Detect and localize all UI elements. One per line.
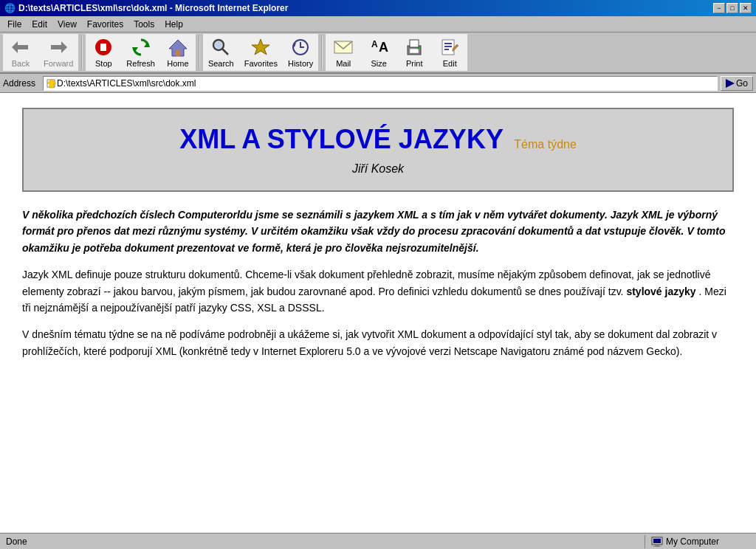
print-icon: [402, 37, 426, 58]
address-bar: Address Go: [0, 74, 756, 93]
forward-button[interactable]: Forward: [38, 34, 78, 71]
refresh-label: Refresh: [126, 59, 155, 68]
back-label: Back: [12, 59, 30, 68]
article-subtitle: Téma týdne: [514, 138, 576, 151]
title-bar-controls: − □ ✕: [713, 3, 752, 13]
status-bar: Done My Computer: [0, 533, 756, 549]
svg-rect-24: [442, 40, 454, 55]
article-author: Jiří Kosek: [38, 162, 718, 176]
address-label: Address: [3, 78, 40, 89]
favorites-icon: [249, 37, 272, 58]
back-button[interactable]: Back: [3, 34, 38, 71]
svg-rect-3: [51, 45, 61, 49]
forward-label: Forward: [44, 59, 73, 68]
menu-file[interactable]: File: [3, 18, 26, 31]
svg-rect-10: [176, 50, 180, 56]
maximize-button[interactable]: □: [726, 3, 738, 13]
computer-icon: [651, 536, 663, 548]
home-icon: [166, 37, 190, 58]
size-button[interactable]: A A Size: [361, 34, 396, 71]
svg-point-23: [418, 47, 420, 49]
article-para2: V dnešním tématu týdne se na ně podíváme…: [22, 326, 734, 359]
svg-rect-5: [100, 44, 103, 51]
toolbar-separator-1: [81, 36, 83, 69]
menu-edit[interactable]: Edit: [27, 18, 52, 31]
title-bar-left: 🌐 D:\texts\ARTICLES\xml\src\dok.xml - Mi…: [4, 3, 288, 13]
mail-button[interactable]: Mail: [326, 34, 361, 71]
toolbar-separator-2: [199, 36, 200, 69]
back-icon: [9, 37, 32, 58]
menu-view[interactable]: View: [53, 18, 81, 31]
menu-tools[interactable]: Tools: [129, 18, 159, 31]
stop-label: Stop: [95, 59, 112, 68]
mail-label: Mail: [336, 59, 351, 68]
favorites-label: Favorites: [244, 59, 278, 68]
favorites-button[interactable]: Favorites: [239, 34, 283, 71]
svg-rect-21: [410, 40, 419, 47]
edit-button[interactable]: Edit: [432, 34, 467, 71]
article-header: XML A STYLOVÉ JAZYKY Téma týdne Jiří Kos…: [22, 108, 734, 192]
title-bar: 🌐 D:\texts\ARTICLES\xml\src\dok.xml - Mi…: [0, 0, 756, 16]
svg-marker-0: [12, 41, 18, 53]
print-button[interactable]: Print: [396, 34, 432, 71]
svg-text:A: A: [371, 39, 378, 49]
svg-rect-34: [655, 545, 659, 546]
search-label: Search: [208, 59, 234, 68]
article-para1: Jazyk XML definuje pouze strukturu dokum…: [22, 266, 734, 316]
svg-rect-6: [103, 44, 106, 51]
article-intro: V několika předchozích číslech Computero…: [22, 207, 734, 256]
title-bar-icon: 🌐: [4, 3, 16, 13]
menu-favorites[interactable]: Favorites: [83, 18, 128, 31]
stop-icon: [92, 37, 115, 58]
refresh-button[interactable]: Refresh: [121, 34, 160, 71]
size-label: Size: [371, 59, 387, 68]
address-icon: [47, 78, 57, 89]
toolbar-separator-3: [321, 36, 323, 69]
menu-bar: File Edit View Favorites Tools Help: [0, 16, 756, 32]
svg-marker-14: [252, 39, 269, 55]
svg-rect-33: [653, 539, 661, 543]
title-bar-text: D:\texts\ARTICLES\xml\src\dok.xml - Micr…: [18, 3, 288, 13]
edit-label: Edit: [443, 59, 457, 68]
svg-marker-31: [726, 79, 735, 88]
stop-button[interactable]: Stop: [86, 34, 121, 71]
status-zone: My Computer: [645, 534, 756, 549]
article-title-line: XML A STYLOVÉ JAZYKY Téma týdne: [38, 124, 718, 155]
svg-rect-1: [18, 45, 28, 49]
history-icon: [289, 37, 312, 58]
address-input[interactable]: [57, 78, 714, 89]
home-button[interactable]: Home: [160, 34, 196, 71]
print-label: Print: [406, 59, 423, 68]
svg-text:A: A: [379, 40, 388, 55]
minimize-button[interactable]: −: [713, 3, 725, 13]
history-label: History: [288, 59, 313, 68]
go-button[interactable]: Go: [721, 76, 753, 91]
svg-line-12: [222, 49, 228, 55]
history-button[interactable]: History: [283, 34, 318, 71]
article-title: XML A STYLOVÉ JAZYKY: [179, 124, 504, 154]
para1-bold: stylové jazyky: [626, 286, 695, 297]
svg-marker-2: [61, 41, 67, 53]
status-text: Done: [0, 535, 645, 548]
svg-point-13: [215, 41, 222, 49]
close-button[interactable]: ✕: [740, 3, 752, 13]
toolbar: Back Forward Stop: [0, 32, 756, 74]
search-icon: [209, 37, 233, 58]
refresh-icon: [129, 37, 153, 58]
edit-icon: [438, 37, 461, 58]
home-label: Home: [167, 59, 188, 68]
menu-help[interactable]: Help: [160, 18, 188, 31]
address-input-wrap[interactable]: [43, 76, 718, 91]
content-area[interactable]: XML A STYLOVÉ JAZYKY Téma týdne Jiří Kos…: [0, 93, 756, 533]
mail-icon: [331, 37, 355, 58]
svg-rect-35: [653, 546, 661, 547]
search-button[interactable]: Search: [203, 34, 239, 71]
size-icon: A A: [367, 37, 391, 58]
svg-rect-22: [410, 49, 419, 53]
go-arrow-icon: [726, 79, 735, 88]
forward-icon: [47, 37, 70, 58]
